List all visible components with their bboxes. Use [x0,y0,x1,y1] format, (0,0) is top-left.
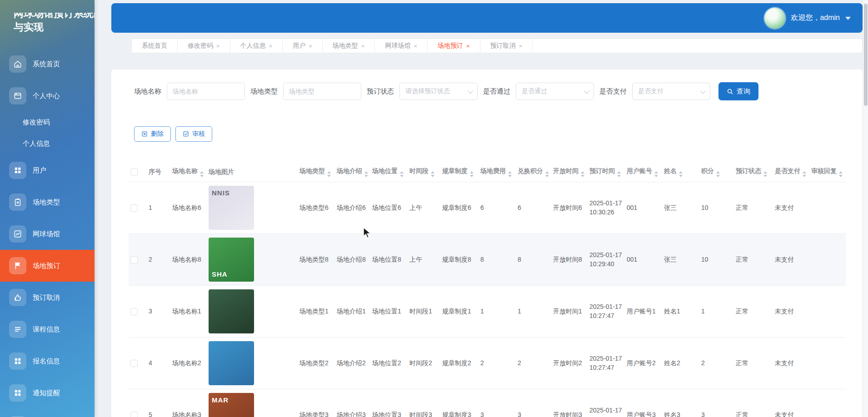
sort-icon[interactable] [200,171,204,177]
table-row-0[interactable]: 1场地名称6 NNIS 场地类型6场地介绍6场地位置6上午规章制度666开放时间… [129,182,846,233]
sidebar-item-10[interactable]: 报名信息 [0,345,95,377]
close-icon[interactable]: × [519,43,523,50]
approved-select[interactable]: 是否通过 [516,83,594,100]
sort-icon[interactable] [679,171,683,177]
venue-photo[interactable] [209,289,254,333]
row-checkbox[interactable] [130,308,138,315]
sort-icon[interactable] [581,171,584,177]
tab-5[interactable]: 网球场馆 × [375,39,428,53]
sidebar-item-5[interactable]: 场地类型 [0,186,95,218]
close-icon[interactable]: × [309,43,312,50]
column-header-1[interactable]: 场地名称 [170,163,207,182]
row-checkbox[interactable] [130,204,138,212]
venue-name-input[interactable] [167,83,245,100]
sidebar-subitem-2[interactable]: 修改密码 [0,112,95,133]
sidebar-item-9[interactable]: 课程信息 [0,313,95,345]
tab-0[interactable]: 系统首页 [132,39,178,53]
cell-seq: 1 [147,182,170,233]
column-header-4[interactable]: 场地介绍 [335,163,370,182]
venue-photo[interactable] [209,341,254,385]
sidebar-item-4[interactable]: 用户 [0,154,95,186]
sidebar-item-8[interactable]: 预订取消 [0,282,95,313]
venue-photo[interactable]: NNIS [209,186,254,230]
column-header-7[interactable]: 规章制度 [440,163,479,182]
column-header-16[interactable]: 是否支付 [773,163,809,182]
venue-photo[interactable]: SHA [209,238,254,282]
sidebar-item-6[interactable]: 网球场馆 [0,218,95,250]
column-header-9[interactable]: 兑换积分 [516,163,551,182]
delete-button[interactable]: 删除 [134,126,171,142]
avatar[interactable] [764,8,785,29]
sidebar-item-0[interactable]: 系统首页 [0,48,95,80]
close-icon[interactable]: × [216,43,220,50]
sort-icon[interactable] [617,171,621,177]
column-header-14[interactable]: 积分 [699,163,734,182]
sort-icon[interactable] [470,171,474,177]
table-row-4[interactable]: 5场地名称3 MAR 场地类型3场地介绍3场地位置3时间段3规章制度333开放时… [129,389,846,417]
review-button[interactable]: 审核 [175,126,212,142]
user-menu[interactable]: 欢迎您，admin [764,8,851,29]
chart-icon [9,225,26,243]
tab-1[interactable]: 修改密码 × [178,39,230,53]
column-header-11[interactable]: 预订时间 [588,163,625,182]
close-icon[interactable]: × [414,43,417,50]
sort-icon[interactable] [431,171,434,177]
row-checkbox[interactable] [130,412,138,417]
sort-icon[interactable] [716,171,720,177]
tab-4[interactable]: 场地类型 × [323,39,375,53]
venue-type-input[interactable] [283,83,361,100]
table-row-2[interactable]: 3场地名称1 场地类型1场地介绍1场地位置1时间段1规章制度111开放时间120… [129,285,846,337]
table-row-3[interactable]: 4场地名称2 场地类型2场地介绍2场地位置2时间段2规章制度222开放时间220… [129,337,846,389]
column-header-8[interactable]: 场地费用 [479,163,516,182]
sidebar-item-12[interactable] [0,409,95,417]
cell-paid: 未支付 [773,389,809,417]
sort-icon[interactable] [803,171,806,177]
booking-status-select[interactable]: 请选择预订状态 [399,83,478,100]
close-icon[interactable]: × [269,43,273,50]
close-icon[interactable]: × [466,43,470,50]
select-all-checkbox[interactable] [130,169,138,176]
close-icon[interactable]: × [361,43,365,50]
column-header-15[interactable]: 预订状态 [734,163,773,182]
sort-icon[interactable] [763,171,767,177]
column-header-5[interactable]: 场地位置 [370,163,408,182]
column-header-10[interactable]: 开放时间 [551,163,588,182]
column-header-label: 兑换积分 [518,167,543,174]
sort-icon[interactable] [364,171,368,177]
cell-image: SHA [207,233,298,285]
sidebar-item-11[interactable]: 通知提醒 [0,377,95,409]
row-checkbox[interactable] [130,256,138,263]
grid-icon [9,384,26,402]
tab-3[interactable]: 用户 × [283,39,323,53]
sidebar-item-7[interactable]: 场地预订 [0,250,95,282]
column-header-12[interactable]: 用户账号 [625,163,662,182]
cell-status: 正常 [734,233,773,285]
sort-icon[interactable] [327,171,331,177]
tab-6[interactable]: 场地预订 × [428,39,480,53]
column-header-label: 预订时间 [589,167,615,174]
paid-select[interactable]: 是否支付 [632,83,710,100]
column-header-6[interactable]: 时间段 [408,163,440,182]
cell-book_time: 2025-01-17 10:27:47 [588,389,625,417]
table-row-1[interactable]: 2场地名称8 SHA 场地类型8场地介绍8场地位置8上午规章制度888开放时间8… [129,233,846,285]
column-header-label: 场地费用 [480,167,506,174]
sort-icon[interactable] [654,171,658,177]
sort-icon[interactable] [400,171,404,177]
sort-icon[interactable] [545,171,549,177]
sort-icon[interactable] [508,171,512,177]
tab-2[interactable]: 个人信息 × [230,39,283,53]
column-header-17[interactable]: 审核回复 [809,163,846,182]
venue-photo[interactable]: MAR [209,393,254,417]
cell-realname: 张三 [662,182,699,233]
tab-7[interactable]: 预订取消 × [480,39,533,53]
sort-icon[interactable] [839,171,843,177]
sidebar-subitem-3[interactable]: 个人信息 [0,133,95,154]
column-header-3[interactable]: 场地类型 [298,163,335,182]
vertical-scrollbar[interactable] [863,0,868,417]
column-header-13[interactable]: 姓名 [662,163,699,182]
sidebar-item-1[interactable]: 个人中心 [0,80,95,112]
cell-timeslot: 时间段1 [408,285,440,337]
scrollbar-thumb[interactable] [864,4,868,106]
row-checkbox[interactable] [130,360,138,367]
search-button[interactable]: 查询 [718,82,758,100]
